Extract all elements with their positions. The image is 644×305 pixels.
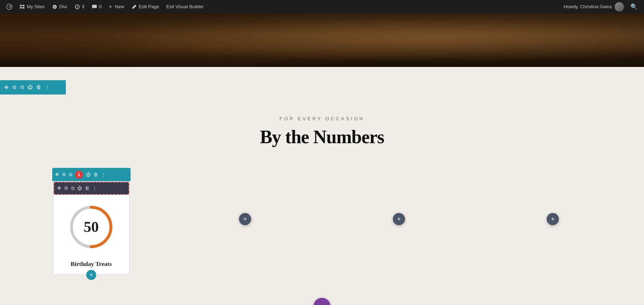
update-count: 3 — [82, 4, 84, 9]
row-move-icon[interactable]: ✥ — [55, 172, 59, 178]
module-more-icon[interactable]: ⋮ — [92, 185, 97, 191]
circle-chart-container: 50 — [54, 195, 129, 256]
wp-logo[interactable] — [3, 0, 16, 13]
exit-builder-label: Exit Visual Builder — [166, 4, 204, 9]
column-1: ✥ ⚙ ⧉ 1 ⏻ 🗑 ⋮ ✥ ⚙ ⧉ ⏻ — [14, 162, 168, 276]
module-settings-icon[interactable]: ⚙ — [64, 185, 68, 191]
section-move-icon[interactable]: ✥ — [4, 84, 9, 91]
new-label: New — [115, 4, 124, 9]
add-column-4-button[interactable]: + — [547, 213, 559, 225]
greeting-text: Howdy, Christina Gwira — [564, 4, 612, 9]
module-delete-icon[interactable]: 🗑 — [85, 185, 89, 191]
section-title: By the Numbers — [0, 126, 644, 147]
section-disable-icon[interactable]: ⏻ — [28, 84, 33, 90]
svg-text:D: D — [54, 5, 56, 9]
header-image — [0, 13, 644, 67]
divi-label: Divi — [59, 4, 67, 9]
svg-rect-1 — [23, 5, 25, 6]
module-card: ✥ ⚙ ⧉ ⏻ 🗑 ⋮ — [53, 181, 130, 275]
module-clone-icon[interactable]: ⧉ — [71, 185, 74, 191]
section-heading: FOR EVERY OCCASION By the Numbers — [0, 95, 644, 162]
svg-rect-2 — [20, 7, 22, 8]
section-toolbar: ✥ ⚙ ⧉ ⏻ 🗑 ⋮ — [0, 80, 66, 95]
section-more-icon[interactable]: ⋮ — [45, 84, 50, 91]
row-disable-icon[interactable]: ⏻ — [86, 172, 91, 178]
edit-page-menu[interactable]: Edit Page — [128, 0, 162, 13]
admin-bar-right: Howdy, Christina Gwira 🔍 — [564, 2, 641, 11]
my-sites-menu[interactable]: My Sites — [16, 0, 48, 13]
updates-menu[interactable]: 3 — [71, 0, 88, 13]
svg-rect-0 — [20, 5, 22, 6]
section-subtitle: FOR EVERY OCCASION — [0, 116, 644, 121]
module-move-icon[interactable]: ✥ — [57, 185, 61, 191]
row-more-icon[interactable]: ⋮ — [101, 172, 106, 178]
row-clone-icon[interactable]: ⧉ — [69, 172, 72, 178]
comment-count: 0 — [99, 4, 102, 9]
module-wrapper: ✥ ⚙ ⧉ 1 ⏻ 🗑 ⋮ ✥ ⚙ ⧉ ⏻ — [53, 181, 130, 275]
notification-badge: 1 — [75, 171, 83, 179]
comments-menu[interactable]: 0 — [88, 0, 105, 13]
exit-builder-menu[interactable]: Exit Visual Builder — [163, 0, 208, 13]
add-column-2-button[interactable]: + — [239, 213, 251, 225]
dots-menu-button[interactable]: ••• — [313, 298, 331, 305]
section-clone-icon[interactable]: ⧉ — [20, 84, 24, 90]
svg-rect-3 — [23, 7, 25, 8]
column-2: + — [168, 162, 322, 276]
edit-page-label: Edit Page — [139, 4, 159, 9]
content-row: ✥ ⚙ ⧉ 1 ⏻ 🗑 ⋮ ✥ ⚙ ⧉ ⏻ — [0, 162, 644, 276]
admin-bar: My Sites D Divi 3 0 + New Edit Page Exit… — [0, 0, 644, 13]
bottom-actions: ••• + — [0, 276, 644, 305]
row-settings-icon[interactable]: ⚙ — [62, 172, 66, 178]
section-settings-icon[interactable]: ⚙ — [12, 84, 17, 91]
module-toolbar: ✥ ⚙ ⧉ ⏻ 🗑 ⋮ — [54, 182, 129, 195]
row-toolbar: ✥ ⚙ ⧉ 1 ⏻ 🗑 ⋮ — [52, 168, 131, 181]
new-menu[interactable]: + New — [105, 0, 128, 13]
circle-chart: 50 — [66, 202, 116, 252]
main-content: FOR EVERY OCCASION By the Numbers ✥ ⚙ ⧉ … — [0, 95, 644, 305]
divi-menu[interactable]: D Divi — [48, 0, 71, 13]
add-column-3-button[interactable]: + — [393, 213, 405, 225]
column-3: + — [322, 162, 476, 276]
search-icon[interactable]: 🔍 — [627, 3, 641, 10]
column-4: + — [476, 162, 630, 276]
user-avatar[interactable] — [615, 2, 624, 11]
module-disable-icon[interactable]: ⏻ — [77, 185, 82, 191]
circle-number: 50 — [84, 218, 99, 236]
add-module-button[interactable]: + — [86, 270, 96, 280]
row-delete-icon[interactable]: 🗑 — [93, 172, 98, 178]
my-sites-label: My Sites — [27, 4, 45, 9]
section-delete-icon[interactable]: 🗑 — [36, 84, 41, 90]
dots-icon: ••• — [317, 302, 327, 305]
